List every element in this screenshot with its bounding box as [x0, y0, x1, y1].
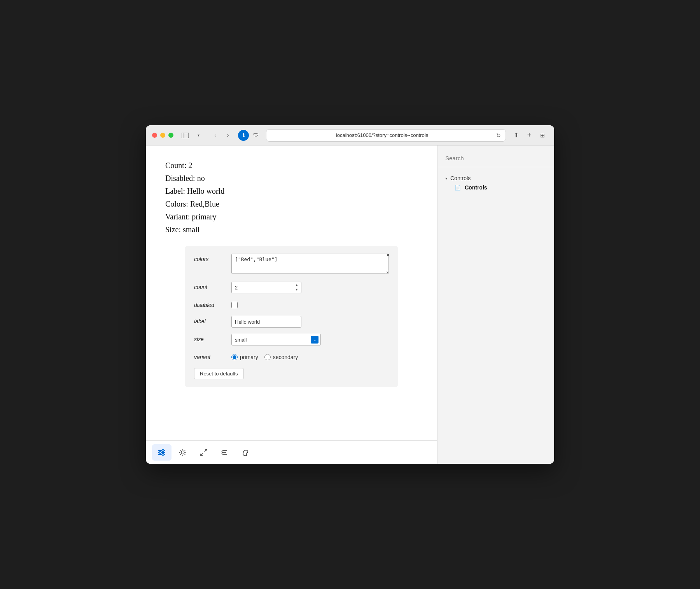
share-button[interactable]: ⬆: [511, 130, 522, 141]
fullscreen-toolbar-button[interactable]: [194, 444, 214, 461]
colors-control-row: colors ["Red","Blue"]: [194, 254, 389, 275]
disabled-checkbox[interactable]: [231, 302, 238, 308]
count-prop: Count: 2: [165, 161, 418, 170]
count-control-row: count ▲ ▼: [194, 282, 389, 293]
document-icon: 📄: [455, 185, 461, 191]
controls-nav-group: ▾ Controls 📄 Controls: [444, 174, 548, 192]
disabled-control-row: disabled: [194, 300, 389, 310]
close-button[interactable]: [152, 133, 157, 138]
disabled-label: disabled: [194, 300, 225, 308]
size-control-row: size small medium large ⌄: [194, 334, 389, 345]
size-select[interactable]: small medium large: [231, 334, 321, 345]
controls-close-button[interactable]: ×: [383, 251, 393, 260]
reset-defaults-button[interactable]: Reset to defaults: [194, 368, 244, 379]
minimize-button[interactable]: [160, 133, 165, 138]
search-bar: [438, 145, 554, 167]
size-select-wrapper: small medium large ⌄: [231, 334, 321, 345]
bottom-toolbar: [146, 440, 437, 464]
svg-line-16: [180, 454, 181, 455]
controls-panel: × colors ["Red","Blue"] count: [185, 246, 398, 387]
rtl-toolbar-button[interactable]: [215, 444, 234, 461]
svg-point-7: [162, 453, 164, 455]
shield-extension-icon[interactable]: 🛡: [250, 130, 261, 141]
title-bar-right-buttons: ⬆ + ⊞: [511, 130, 548, 141]
new-tab-button[interactable]: +: [524, 130, 535, 141]
svg-point-5: [159, 451, 161, 453]
back-button[interactable]: ‹: [210, 130, 221, 141]
extension-icons: ℹ 🛡: [238, 130, 261, 141]
sidebar: ▾ Controls 📄 Controls: [438, 145, 554, 464]
info-extension-icon[interactable]: ℹ: [238, 130, 249, 141]
browser-window: ▾ ‹ › ℹ 🛡 localhost:61000/?story=control…: [146, 125, 554, 464]
sidebar-icon[interactable]: [180, 131, 191, 139]
url-text: localhost:61000/?story=controls--control…: [271, 132, 493, 138]
variant-secondary-radio[interactable]: [264, 354, 271, 360]
svg-point-8: [181, 451, 184, 454]
disabled-input-wrapper: [231, 300, 389, 310]
chevron-down-icon: ▾: [445, 176, 447, 181]
svg-line-14: [185, 454, 186, 455]
theme-toolbar-button[interactable]: [173, 444, 192, 461]
nav-tree: ▾ Controls 📄 Controls: [438, 167, 554, 464]
colors-label: colors: [194, 254, 225, 262]
nav-buttons: ‹ ›: [210, 130, 233, 141]
variant-prop: Variant: primary: [165, 212, 418, 221]
search-input[interactable]: [445, 153, 546, 163]
main-panel: Count: 2 Disabled: no Label: Hello world…: [146, 145, 438, 464]
count-increment[interactable]: ▲: [293, 283, 301, 287]
controls-toolbar-button[interactable]: [152, 444, 172, 461]
story-view: Count: 2 Disabled: no Label: Hello world…: [146, 145, 437, 440]
variant-primary-radio[interactable]: [231, 354, 238, 360]
svg-line-13: [180, 450, 181, 451]
sidebar-toggle[interactable]: ▾: [180, 131, 204, 139]
colors-textarea[interactable]: ["Red","Blue"]: [231, 254, 389, 274]
svg-line-17: [205, 449, 207, 452]
count-spinners: ▲ ▼: [293, 283, 301, 292]
label-input-wrapper: [231, 316, 389, 328]
colors-prop: Colors: Red,Blue: [165, 200, 418, 209]
count-number-wrapper: ▲ ▼: [231, 282, 301, 293]
svg-rect-0: [182, 133, 189, 138]
content-area: Count: 2 Disabled: no Label: Hello world…: [146, 145, 554, 464]
chevron-down-icon[interactable]: ▾: [193, 131, 204, 139]
traffic-lights: [152, 133, 173, 138]
size-prop: Size: small: [165, 225, 418, 234]
controls-nav-item[interactable]: 📄 Controls: [444, 183, 548, 192]
reload-icon[interactable]: ↻: [496, 132, 501, 138]
variant-control-row: variant primary secondary: [194, 352, 389, 360]
variant-secondary-option[interactable]: secondary: [264, 354, 298, 360]
count-input[interactable]: [231, 282, 301, 293]
colors-input-wrapper: ["Red","Blue"]: [231, 254, 389, 275]
svg-point-3: [162, 449, 164, 451]
address-bar[interactable]: localhost:61000/?story=controls--control…: [266, 129, 506, 142]
label-label: label: [194, 316, 225, 324]
svg-line-18: [201, 453, 203, 456]
variant-primary-option[interactable]: primary: [231, 354, 258, 360]
variant-primary-label: primary: [240, 354, 258, 360]
disabled-prop: Disabled: no: [165, 174, 418, 183]
background-toolbar-button[interactable]: [236, 444, 256, 461]
variant-label: variant: [194, 352, 225, 360]
forward-button[interactable]: ›: [222, 130, 233, 141]
controls-item-label: Controls: [465, 184, 487, 191]
variant-secondary-label: secondary: [273, 354, 298, 360]
maximize-button[interactable]: [168, 133, 173, 138]
controls-group-label: Controls: [450, 175, 471, 181]
size-input-wrapper: small medium large ⌄: [231, 334, 389, 345]
count-decrement[interactable]: ▼: [293, 287, 301, 292]
title-bar: ▾ ‹ › ℹ 🛡 localhost:61000/?story=control…: [146, 125, 554, 145]
variant-input-wrapper: primary secondary: [231, 352, 389, 360]
tab-overview-button[interactable]: ⊞: [537, 130, 548, 141]
label-prop: Label: Hello world: [165, 187, 418, 196]
label-input[interactable]: [231, 316, 301, 328]
story-props: Count: 2 Disabled: no Label: Hello world…: [165, 161, 418, 234]
count-input-wrapper: ▲ ▼: [231, 282, 389, 293]
svg-line-15: [185, 450, 186, 451]
variant-radio-group: primary secondary: [231, 352, 389, 360]
size-label: size: [194, 334, 225, 342]
count-label: count: [194, 282, 225, 290]
controls-group-header[interactable]: ▾ Controls: [444, 174, 548, 183]
label-control-row: label: [194, 316, 389, 328]
svg-line-23: [222, 452, 223, 454]
